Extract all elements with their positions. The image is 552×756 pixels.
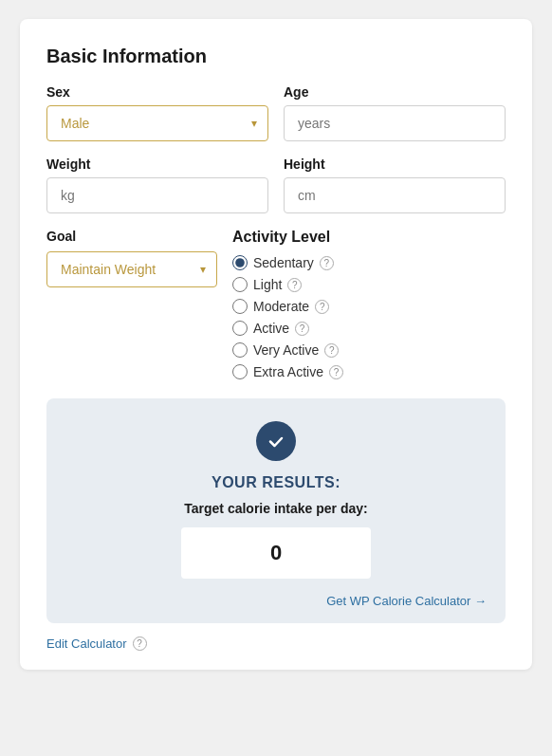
edit-calculator-link[interactable]: Edit Calculator	[46, 636, 127, 651]
sedentary-radio[interactable]	[232, 255, 248, 270]
activity-very-active[interactable]: Very Active ?	[232, 342, 506, 358]
light-help-icon[interactable]: ?	[287, 278, 302, 292]
activity-light[interactable]: Light ?	[232, 277, 506, 292]
activity-active[interactable]: Active ?	[232, 321, 506, 336]
edit-calculator-row: Edit Calculator ?	[46, 636, 506, 651]
goal-select[interactable]: Maintain Weight Mild Weight Loss Weight …	[46, 251, 217, 287]
activity-radio-group: Sedentary ? Light ? Moderate ? Active ?	[232, 255, 506, 379]
calculator-card: Basic Information Sex Male Female ▾ Age …	[20, 19, 532, 670]
sex-label: Sex	[46, 84, 268, 100]
age-label: Age	[284, 84, 506, 100]
results-value: 0	[181, 527, 371, 579]
results-title: YOUR RESULTS:	[65, 474, 487, 491]
moderate-label: Moderate	[253, 299, 309, 314]
sex-select-wrapper: Male Female ▾	[46, 105, 268, 141]
checkmark-svg	[267, 432, 285, 451]
get-plugin-row: Get WP Calorie Calculator →	[65, 594, 487, 608]
sedentary-label: Sedentary	[253, 255, 314, 270]
results-subtitle: Target calorie intake per day:	[65, 501, 487, 516]
height-label: Height	[284, 157, 506, 172]
extra-active-radio[interactable]	[232, 364, 248, 379]
moderate-help-icon[interactable]: ?	[315, 300, 329, 314]
results-box: YOUR RESULTS: Target calorie intake per …	[46, 398, 506, 623]
light-label: Light	[253, 277, 282, 292]
extra-active-label: Extra Active	[253, 364, 323, 379]
age-group: Age	[284, 84, 506, 141]
weight-group: Weight	[46, 157, 268, 213]
extra-active-help-icon[interactable]: ?	[329, 365, 343, 379]
activity-title: Activity Level	[232, 229, 506, 246]
results-check-icon	[256, 421, 296, 461]
goal-label: Goal	[46, 229, 217, 244]
activity-section: Activity Level Sedentary ? Light ? Moder…	[232, 229, 506, 379]
activity-extra-active[interactable]: Extra Active ?	[232, 364, 506, 379]
very-active-help-icon[interactable]: ?	[324, 343, 339, 358]
sedentary-help-icon[interactable]: ?	[320, 256, 334, 270]
weight-label: Weight	[46, 157, 268, 172]
goal-select-wrapper: Maintain Weight Mild Weight Loss Weight …	[46, 251, 217, 287]
basic-info-row1: Sex Male Female ▾ Age	[46, 84, 506, 141]
active-label: Active	[253, 321, 289, 336]
height-input[interactable]	[284, 177, 506, 213]
activity-moderate[interactable]: Moderate ?	[232, 299, 506, 314]
goal-section: Goal Maintain Weight Mild Weight Loss We…	[46, 229, 217, 379]
active-help-icon[interactable]: ?	[295, 322, 309, 336]
weight-input[interactable]	[46, 177, 268, 213]
section-title: Basic Information	[46, 46, 506, 67]
basic-info-row2: Weight Height	[46, 157, 506, 213]
get-plugin-link[interactable]: Get WP Calorie Calculator →	[326, 594, 487, 608]
sex-select[interactable]: Male Female	[46, 105, 268, 141]
active-radio[interactable]	[232, 321, 248, 336]
age-input[interactable]	[284, 105, 506, 141]
edit-calculator-help-icon[interactable]: ?	[133, 636, 147, 651]
height-group: Height	[284, 157, 506, 213]
light-radio[interactable]	[232, 277, 248, 292]
goal-activity-section: Goal Maintain Weight Mild Weight Loss We…	[46, 229, 506, 379]
very-active-radio[interactable]	[232, 342, 248, 358]
very-active-label: Very Active	[253, 342, 319, 358]
activity-sedentary[interactable]: Sedentary ?	[232, 255, 506, 270]
sex-group: Sex Male Female ▾	[46, 84, 268, 141]
moderate-radio[interactable]	[232, 299, 248, 314]
